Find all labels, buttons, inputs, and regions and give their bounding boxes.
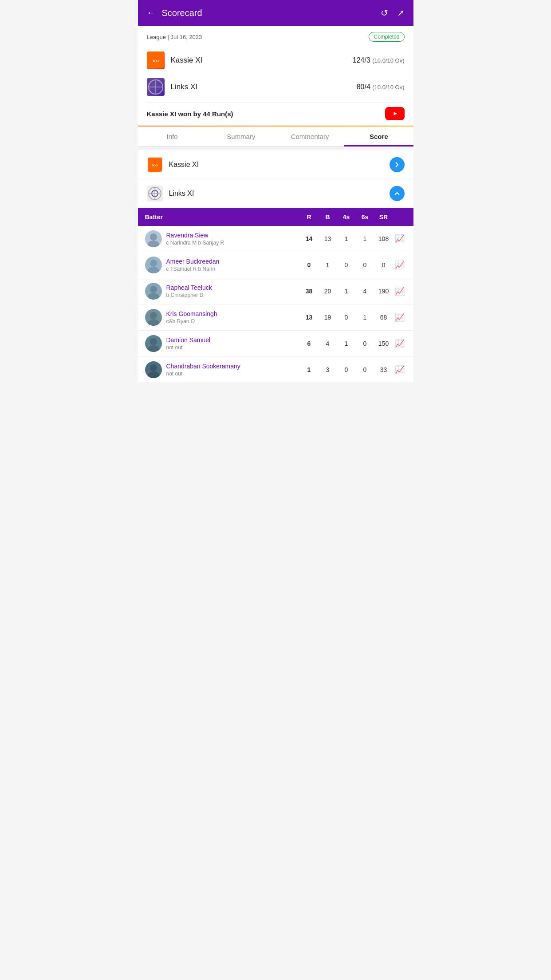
svg-point-24 — [150, 364, 157, 371]
stat-sr-4: 150 — [374, 340, 393, 347]
avatar-0 — [145, 230, 162, 247]
stat-sr-0: 108 — [374, 235, 393, 242]
tab-commentary[interactable]: Commentary — [276, 126, 344, 146]
stat-r-3: 13 — [300, 314, 319, 321]
svg-text:KXI: KXI — [152, 164, 157, 167]
stat-b-1: 1 — [319, 261, 337, 269]
player-details-2: Rapheal Teeluck b Chirstopher D — [166, 284, 212, 298]
stat-r-5: 1 — [300, 366, 319, 373]
header-title: Scorecard — [162, 8, 202, 18]
svg-point-21 — [148, 319, 159, 326]
batting-table-header: Batter R B 4s 6s SR — [138, 208, 413, 226]
links-collapse-button[interactable] — [390, 186, 405, 201]
stat-4s-5: 0 — [337, 366, 356, 373]
stat-r-1: 0 — [300, 261, 319, 269]
tab-info[interactable]: Info — [138, 126, 207, 146]
stat-sr-2: 190 — [374, 288, 393, 295]
result-row: Kassie XI won by 44 Run(s) — [147, 102, 405, 126]
kassie-accordion-logo: KXI — [147, 157, 163, 173]
header-batter: Batter — [145, 213, 300, 221]
chart-icon-0[interactable]: 📈 — [393, 234, 406, 244]
kassie-expand-button[interactable] — [390, 157, 405, 172]
kassie-xi-accordion[interactable]: KXI Kassie XI — [138, 150, 413, 179]
player-dismissal-5: not out — [166, 371, 240, 377]
stat-r-2: 38 — [300, 288, 319, 295]
player-name-1[interactable]: Ameer Buckreedan — [166, 258, 220, 265]
refresh-button[interactable]: ↺ — [381, 8, 388, 18]
player-info-5: Chandraban Sookeramany not out — [145, 361, 300, 378]
player-dismissal-0: c Narindra M b Sanjay R — [166, 240, 224, 246]
kassie-accordion-name: Kassie XI — [169, 161, 390, 169]
player-name-2[interactable]: Rapheal Teeluck — [166, 284, 212, 291]
stat-4s-3: 0 — [337, 314, 356, 321]
avatar-3 — [145, 309, 162, 326]
match-league-date: League | Jul 16, 2023 — [147, 34, 202, 40]
player-info-2: Rapheal Teeluck b Chirstopher D — [145, 283, 300, 300]
stat-sr-3: 68 — [374, 314, 393, 321]
player-details-1: Ameer Buckreedan c †Samuel R b Narin — [166, 258, 220, 272]
stat-sr-5: 33 — [374, 366, 393, 373]
stat-4s-1: 0 — [337, 261, 356, 269]
links-xi-accordion[interactable]: Links XI — [138, 179, 413, 208]
player-name-4[interactable]: Damion Samuel — [166, 336, 211, 344]
svg-point-17 — [148, 267, 159, 273]
stat-b-3: 19 — [319, 314, 337, 321]
stat-b-5: 3 — [319, 366, 337, 373]
header-b: B — [319, 213, 337, 221]
player-info-0: Ravendra Siew c Narindra M b Sanjay R — [145, 230, 300, 247]
share-button[interactable]: ↗ — [397, 8, 405, 18]
back-button[interactable]: ← — [147, 7, 157, 19]
team2-score: 80/4 (10.0/10 Ov) — [357, 83, 405, 91]
player-details-5: Chandraban Sookeramany not out — [166, 363, 240, 377]
svg-point-23 — [148, 345, 159, 352]
stat-b-2: 20 — [319, 288, 337, 295]
table-row: Chandraban Sookeramany not out 1 3 0 0 3… — [138, 357, 413, 383]
youtube-button[interactable] — [385, 107, 405, 120]
avatar-1 — [145, 257, 162, 273]
chart-icon-5[interactable]: 📈 — [393, 365, 406, 375]
chart-icon-3[interactable]: 📈 — [393, 312, 406, 322]
svg-point-19 — [148, 293, 159, 300]
player-name-5[interactable]: Chandraban Sookeramany — [166, 363, 240, 370]
stat-r-4: 6 — [300, 340, 319, 347]
match-meta-row: League | Jul 16, 2023 Completed — [147, 32, 405, 42]
header-r: R — [300, 213, 319, 221]
team2-row: Links XI 80/4 (10.0/10 Ov) — [147, 74, 405, 100]
player-dismissal-3: c&b Ryan O — [166, 318, 217, 324]
svg-point-22 — [150, 338, 157, 345]
stat-4s-2: 1 — [337, 288, 356, 295]
tab-summary[interactable]: Summary — [207, 126, 276, 146]
player-info-4: Damion Samuel not out — [145, 335, 300, 352]
player-dismissal-2: b Chirstopher D — [166, 292, 212, 298]
player-info-1: Ameer Buckreedan c †Samuel R b Narin — [145, 257, 300, 273]
links-accordion-logo — [147, 186, 163, 202]
svg-point-16 — [150, 260, 157, 267]
chart-icon-4[interactable]: 📈 — [393, 339, 406, 348]
header-left: ← Scorecard — [147, 7, 202, 19]
stat-6s-4: 0 — [356, 340, 374, 347]
svg-point-25 — [148, 371, 159, 378]
team1-score: 124/3 (10.0/10 Ov) — [353, 56, 405, 64]
tab-score[interactable]: Score — [344, 126, 413, 146]
stat-6s-1: 0 — [356, 261, 374, 269]
stat-b-0: 13 — [319, 235, 337, 242]
header-6s: 6s — [356, 213, 374, 221]
chart-icon-1[interactable]: 📈 — [393, 260, 406, 270]
app-header: ← Scorecard ↺ ↗ — [138, 0, 413, 26]
match-result: Kassie XI won by 44 Run(s) — [147, 110, 233, 118]
header-4s: 4s — [337, 213, 356, 221]
links-accordion-name: Links XI — [169, 190, 390, 198]
player-dismissal-4: not out — [166, 344, 211, 351]
team2-name: Links XI — [171, 83, 357, 91]
player-name-0[interactable]: Ravendra Siew — [166, 232, 224, 239]
player-details-3: Kris Goomansingh c&b Ryan O — [166, 310, 217, 324]
player-name-3[interactable]: Kris Goomansingh — [166, 310, 217, 317]
player-details-4: Damion Samuel not out — [166, 336, 211, 351]
tab-bar: Info Summary Commentary Score — [138, 126, 413, 147]
svg-text:KXI: KXI — [153, 59, 158, 63]
status-badge: Completed — [369, 32, 404, 42]
match-info-section: League | Jul 16, 2023 Completed KXI Kass… — [138, 26, 413, 126]
svg-point-15 — [148, 241, 159, 247]
chart-icon-2[interactable]: 📈 — [393, 286, 406, 296]
header-sr: SR — [374, 213, 393, 221]
